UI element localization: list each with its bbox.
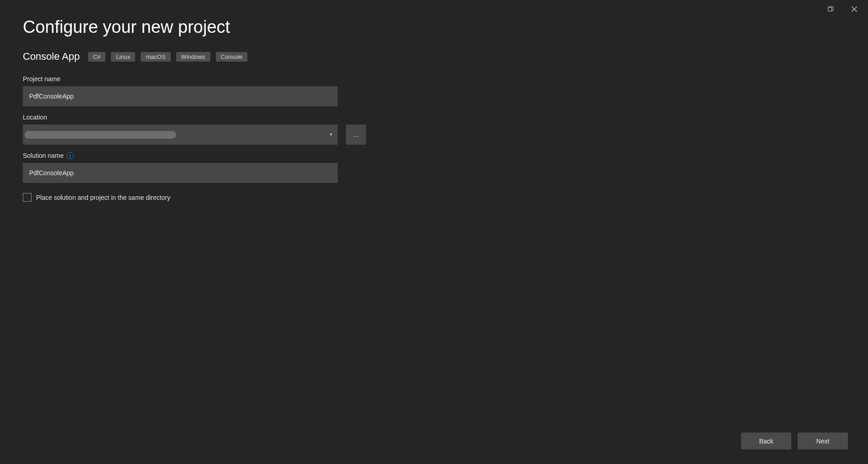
place-solution-row[interactable]: Place solution and project in the same d… — [23, 193, 845, 202]
location-group: Location ▼ ... — [23, 114, 845, 145]
solution-name-label-row: Solution name i — [23, 152, 845, 159]
tag-windows: Windows — [176, 52, 210, 62]
info-icon[interactable]: i — [67, 152, 74, 159]
location-row: ▼ ... — [23, 125, 845, 145]
location-combo-wrapper: ▼ — [23, 125, 338, 145]
main-content: Configure your new project Console App C… — [0, 0, 868, 224]
solution-name-group: Solution name i — [23, 152, 845, 183]
project-name-label: Project name — [23, 75, 845, 83]
tag-linux: Linux — [111, 52, 135, 62]
footer: Back Next — [741, 433, 848, 449]
close-icon — [852, 6, 857, 12]
solution-name-input[interactable] — [23, 163, 338, 183]
solution-name-label: Solution name — [23, 152, 64, 159]
project-type-name: Console App — [23, 51, 80, 63]
project-type-row: Console App C# Linux macOS Windows Conso… — [23, 51, 845, 63]
tag-csharp: C# — [88, 52, 106, 62]
location-redacted — [25, 131, 176, 139]
svg-rect-0 — [828, 8, 832, 11]
close-button[interactable] — [847, 4, 862, 15]
tags-container: C# Linux macOS Windows Console — [88, 52, 248, 62]
tag-console: Console — [216, 52, 248, 62]
maximize-icon — [828, 6, 833, 12]
location-label: Location — [23, 114, 845, 121]
tag-macos: macOS — [141, 52, 170, 62]
title-bar — [817, 0, 868, 18]
place-solution-label[interactable]: Place solution and project in the same d… — [36, 194, 170, 201]
project-name-input[interactable] — [23, 86, 338, 106]
back-button[interactable]: Back — [741, 433, 791, 449]
browse-location-button[interactable]: ... — [346, 125, 366, 145]
page-title: Configure your new project — [23, 17, 845, 37]
maximize-button[interactable] — [823, 4, 838, 15]
place-solution-checkbox[interactable] — [23, 193, 31, 202]
project-name-group: Project name — [23, 75, 845, 106]
next-button[interactable]: Next — [798, 433, 848, 449]
